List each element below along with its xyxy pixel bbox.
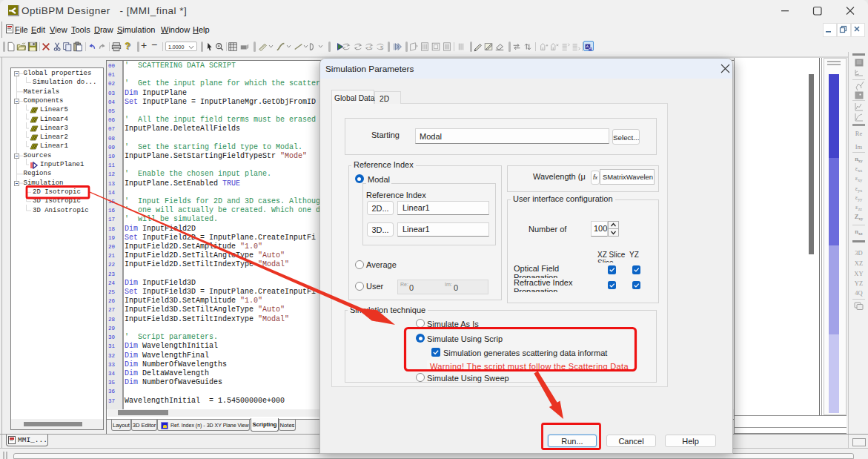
svg-text:$: $	[380, 45, 383, 50]
svg-text:S: S	[369, 45, 372, 50]
